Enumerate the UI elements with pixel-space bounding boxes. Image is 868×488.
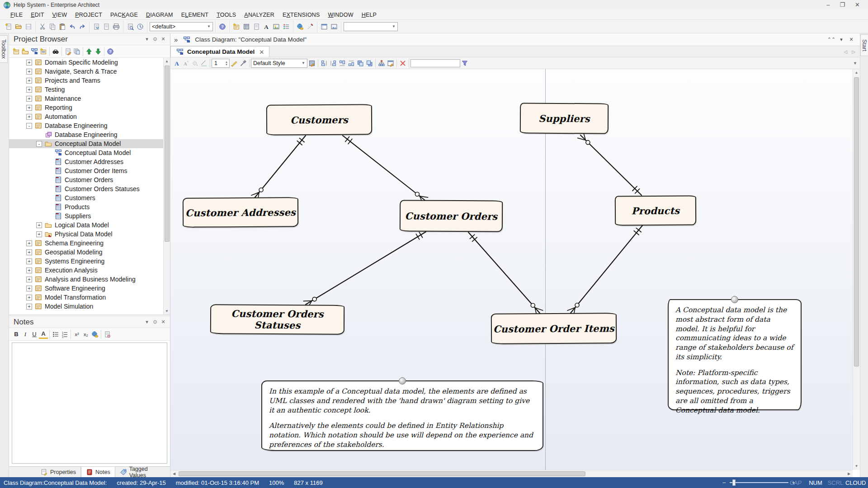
- expand-icon[interactable]: +: [26, 96, 32, 102]
- italic-icon[interactable]: I: [21, 330, 30, 339]
- new-model-icon[interactable]: [12, 47, 21, 56]
- edit-notes-icon[interactable]: [63, 47, 72, 56]
- entity-customer-orders[interactable]: Customer Orders: [400, 200, 503, 232]
- close-button[interactable]: ✕: [855, 0, 860, 9]
- element-filter-input[interactable]: [410, 59, 460, 67]
- tree-item-database-engineering[interactable]: -Database Engineering: [9, 121, 170, 130]
- auto-layout-icon[interactable]: [377, 59, 386, 68]
- expand-icon[interactable]: +: [26, 286, 32, 291]
- expand-icon[interactable]: +: [26, 78, 32, 84]
- copy-icon[interactable]: [48, 22, 57, 31]
- notes-icon[interactable]: [86, 469, 93, 476]
- menu-file[interactable]: FILE: [6, 11, 27, 19]
- tree-item-customer-orders-statuses[interactable]: Customer Orders Statuses: [9, 184, 170, 193]
- pane-close-icon[interactable]: ✕: [846, 37, 856, 42]
- menu-extensions[interactable]: EXTENSIONS: [278, 11, 324, 19]
- entity-customers[interactable]: Customers: [266, 104, 372, 135]
- menu-view[interactable]: VIEW: [48, 11, 71, 19]
- eyedropper-icon[interactable]: [239, 59, 248, 68]
- copy-stack-icon[interactable]: [72, 47, 81, 56]
- font-color-icon[interactable]: A: [39, 330, 48, 339]
- tree-item-customer-order-items[interactable]: Customer Order Items: [9, 166, 170, 175]
- subscript-icon[interactable]: x₂: [81, 330, 90, 339]
- tree-item-schema-engineering[interactable]: +Schema Engineering: [9, 239, 170, 248]
- tree-item-reporting[interactable]: +Reporting: [9, 103, 170, 112]
- font-color2-icon[interactable]: A: [172, 59, 181, 68]
- new-element-icon[interactable]: [232, 22, 241, 31]
- diagram-properties-icon[interactable]: [386, 59, 395, 68]
- menu-tools[interactable]: TOOLS: [212, 11, 240, 19]
- new-package-icon[interactable]: [21, 47, 30, 56]
- expand-icon[interactable]: +: [26, 277, 32, 282]
- tab-scroll-left-icon[interactable]: ◁: [844, 49, 848, 54]
- find-document-icon[interactable]: [126, 22, 135, 31]
- numbered-list-icon[interactable]: 123: [60, 330, 69, 339]
- panel-menu-icon[interactable]: ▾: [143, 36, 151, 42]
- panel-pin-icon[interactable]: ⊙: [151, 319, 159, 325]
- collapse-all-icon[interactable]: ⌃⌃: [826, 37, 836, 42]
- pen-icon[interactable]: [306, 22, 315, 31]
- align-rights-icon[interactable]: [329, 59, 338, 68]
- zoom-slider[interactable]: − +: [722, 479, 795, 486]
- bullet-list-icon[interactable]: [51, 330, 60, 339]
- expand-icon[interactable]: +: [26, 258, 32, 264]
- tab-close-icon[interactable]: ✕: [259, 48, 264, 56]
- help-icon[interactable]: ?: [106, 47, 115, 56]
- tree-item-projects-and-teams[interactable]: +Projects and Teams: [9, 76, 170, 85]
- find-icon[interactable]: [51, 47, 60, 56]
- underline-icon[interactable]: U: [30, 330, 39, 339]
- tree-item-software-engineering[interactable]: +Software Engineering: [9, 284, 170, 293]
- image-icon[interactable]: [272, 22, 281, 31]
- save-icon[interactable]: [24, 22, 33, 31]
- tree-item-model-transformation[interactable]: +Model Transformation: [9, 293, 170, 302]
- relationship-customers-to-customer-orders[interactable]: [343, 136, 428, 204]
- diagram-note-1[interactable]: A Conceptual data model is the most abst…: [668, 299, 802, 410]
- bold-icon[interactable]: B: [12, 330, 21, 339]
- picture-icon[interactable]: [330, 22, 339, 31]
- collapse-icon[interactable]: -: [36, 141, 42, 147]
- entity-suppliers[interactable]: Suppliers: [520, 103, 609, 134]
- tab-conceptual-data-model[interactable]: Conceptual Data Model ✕: [170, 46, 269, 57]
- tree-item-maintenance[interactable]: +Maintenance: [9, 94, 170, 103]
- cut-icon[interactable]: [38, 22, 47, 31]
- pane-menu-icon[interactable]: ▾: [836, 37, 846, 42]
- diagram-horizontal-scrollbar[interactable]: ◀ ▶: [170, 470, 853, 477]
- save-style-icon[interactable]: [307, 59, 316, 68]
- redo-icon[interactable]: [78, 22, 87, 31]
- hyperlink-icon[interactable]: [90, 330, 99, 339]
- tree-item-conceptual-data-model[interactable]: Conceptual Data Model: [9, 148, 170, 157]
- menu-package[interactable]: PACKAGE: [106, 11, 142, 19]
- panel-tab-notes[interactable]: Notes: [81, 467, 115, 478]
- collapse-icon[interactable]: -: [26, 123, 32, 129]
- style-combo[interactable]: Default Style▼: [251, 59, 307, 68]
- tree-item-automation[interactable]: +Automation: [9, 112, 170, 121]
- format-brush-icon[interactable]: [230, 59, 239, 68]
- scroll-right-icon[interactable]: ▶: [845, 470, 853, 478]
- tree-item-products[interactable]: Products: [9, 202, 170, 211]
- tree-item-customer-addresses[interactable]: Customer Addresses: [9, 157, 170, 166]
- diagram-vertical-scrollbar[interactable]: ▲ ▼: [853, 69, 860, 470]
- tree-item-domain-specific-modeling[interactable]: +Domain Specific Modeling: [9, 58, 170, 67]
- expand-icon[interactable]: +: [36, 222, 42, 228]
- tree-item-database-engineering[interactable]: Database Engineering: [9, 130, 170, 139]
- menu-diagram[interactable]: DIAGRAM: [142, 11, 177, 19]
- zoom-level-spinner[interactable]: 1▲▼: [212, 59, 230, 68]
- filter-icon[interactable]: [460, 59, 469, 68]
- matrix-icon[interactable]: [242, 22, 251, 31]
- menu-help[interactable]: HELP: [358, 11, 381, 19]
- relationship-customers-to-customer-addresses[interactable]: [251, 136, 306, 201]
- menu-window[interactable]: WINDOW: [324, 11, 358, 19]
- print-icon[interactable]: [112, 22, 121, 31]
- window-icon[interactable]: [320, 22, 329, 31]
- relationship-suppliers-to-products[interactable]: [578, 132, 642, 195]
- open-project-icon[interactable]: [14, 22, 23, 31]
- relationship-products-to-order-items[interactable]: [567, 225, 642, 316]
- align-tops-icon[interactable]: [338, 59, 347, 68]
- superscript-icon[interactable]: x²: [72, 330, 81, 339]
- hyperlink-icon[interactable]: [296, 22, 305, 31]
- scroll-left-icon[interactable]: ◀: [170, 470, 178, 478]
- panel-tab-tagged-values[interactable]: Tagged Values: [115, 467, 170, 478]
- menu-analyzer[interactable]: ANALYZER: [240, 11, 278, 19]
- scroll-up-icon[interactable]: ▲: [164, 58, 170, 65]
- restore-button[interactable]: ❐: [840, 0, 845, 9]
